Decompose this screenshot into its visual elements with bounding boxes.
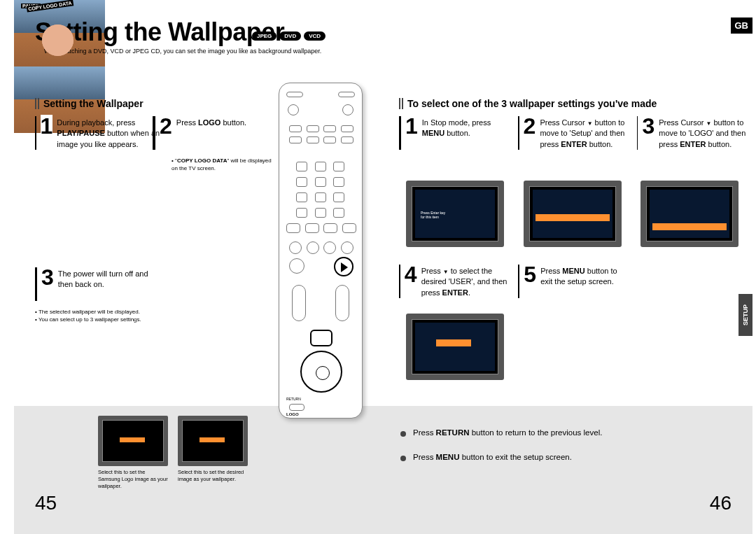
- page-number-left: 45: [35, 492, 57, 514]
- manual-spread: Setting the Wallpaper JPEG DVD VCD GB Wh…: [14, 0, 752, 534]
- step-text: During playback, press PLAY/PAUSE button…: [57, 115, 161, 150]
- left-step-1: 1 During playback, press PLAY/PAUSE butt…: [35, 115, 161, 150]
- remote-numpad: [296, 162, 346, 218]
- format-badges: JPEG DVD VCD: [252, 31, 326, 41]
- step-text: Press to select the desired 'USER', and …: [421, 263, 518, 298]
- tip-bullet-icon: [400, 431, 406, 437]
- tip-menu: Press MENU button to exit the setup scre…: [413, 453, 572, 461]
- tv-screenshot-1: Press Enter keyfor this item: [406, 181, 504, 247]
- step-text: Press LOGO button.: [176, 115, 246, 128]
- intro-text: While watching a DVD, VCD or JPEG CD, yo…: [44, 48, 321, 55]
- note-copy-logo: • "COPY LOGO DATA" will be displayed on …: [172, 157, 273, 172]
- dpad-icon: [300, 351, 342, 393]
- section-heading-right: To select one of the 3 wallpaper setting…: [399, 98, 657, 109]
- menu-button-icon: [310, 330, 332, 346]
- left-step-3: 3 The power will turn off and then back …: [35, 266, 161, 301]
- step-text: In Stop mode, press MENU button.: [422, 115, 511, 139]
- play-pause-icon: [334, 257, 354, 276]
- right-step-1: 1 In Stop mode, press MENU button.: [399, 115, 511, 150]
- right-step-5: 5 Press MENU button to exit the setup sc…: [518, 263, 630, 298]
- badge-vcd: VCD: [304, 31, 326, 41]
- left-step-2: 2 Press LOGO button.: [153, 115, 265, 150]
- badge-dvd: DVD: [279, 31, 301, 41]
- bottom-caption-2: Select this to set the desired image as …: [178, 469, 248, 483]
- tv-screenshot-4: [406, 314, 504, 380]
- power-icon: [288, 104, 299, 115]
- bottom-tv-1: [98, 416, 168, 466]
- tv-screenshot-2: [524, 181, 622, 247]
- return-label: RETURN: [286, 397, 301, 401]
- section-heading-left: Setting the Wallpaper: [35, 98, 144, 109]
- page-number-right: 46: [710, 492, 732, 514]
- step-text: Press Cursor button to move to 'LOGO' an…: [659, 115, 749, 150]
- step-text: Press Cursor button to move to 'Setup' a…: [540, 115, 637, 150]
- step-text: The power will turn off and then back on…: [58, 266, 161, 290]
- tip-bullet-icon: [400, 456, 406, 461]
- logo-button-icon: [289, 404, 304, 411]
- note-wallpaper-count: • The selected wallpaper will be display…: [35, 308, 150, 323]
- step-text: Press MENU button to exit the setup scre…: [540, 263, 630, 288]
- remote-illustration: RETURN LOGO: [279, 83, 363, 419]
- bottom-tv-2: [178, 416, 248, 466]
- tip-return: Press RETURN button to return to the pre…: [413, 428, 602, 437]
- badge-jpeg: JPEG: [252, 31, 276, 41]
- right-step-2: 2 Press Cursor button to move to 'Setup'…: [518, 115, 637, 150]
- setup-side-tab: SETUP: [738, 294, 752, 336]
- right-step-3: 3 Press Cursor button to move to 'LOGO' …: [637, 115, 749, 150]
- logo-label: LOGO: [286, 412, 299, 416]
- bottom-caption-1: Select this to set the Samsung Logo imag…: [98, 469, 168, 489]
- open-close-icon: [342, 104, 354, 115]
- right-step-4: 4 Press to select the desired 'USER', an…: [399, 263, 518, 298]
- remote-keypad: [289, 125, 354, 143]
- tv-screenshot-3: [640, 181, 738, 247]
- region-badge: GB: [731, 17, 753, 34]
